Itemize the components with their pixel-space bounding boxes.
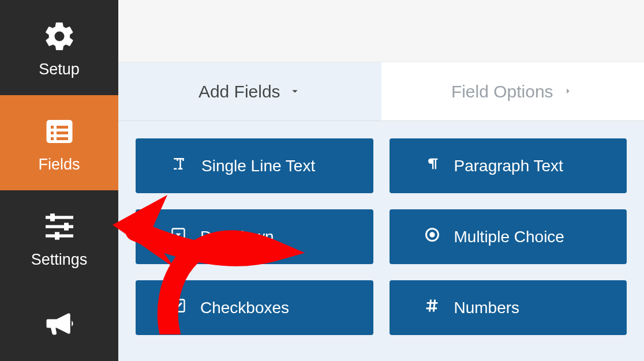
chevron-right-icon [561,82,574,101]
megaphone-icon [40,304,79,343]
svg-rect-1 [51,126,54,129]
field-paragraph-text[interactable]: Paragraph Text [390,138,627,193]
tab-add-fields[interactable]: Add Fields [118,62,381,121]
field-label: Checkboxes [200,299,289,317]
radio-icon [424,227,440,247]
sidebar-item-label: Settings [31,251,88,269]
sliders-icon [40,207,79,246]
chevron-down-icon [289,82,301,101]
svg-rect-2 [57,126,68,129]
sidebar-item-marketing[interactable]: Marketing [0,285,118,361]
fields-panel: Single Line Text Paragraph Text Dropdown… [118,121,644,361]
gear-icon [40,17,79,56]
svg-rect-7 [46,216,73,219]
sidebar-item-fields[interactable]: Fields [0,95,118,190]
svg-rect-11 [64,223,69,230]
list-icon [40,112,79,151]
sidebar-item-setup[interactable]: Setup [0,0,118,95]
paragraph-icon [424,156,440,176]
svg-rect-8 [46,225,73,228]
svg-rect-10 [50,213,55,221]
checkbox-icon [170,298,186,318]
svg-rect-4 [57,131,68,134]
field-label: Paragraph Text [454,157,563,175]
svg-point-15 [429,232,435,237]
tab-label: Add Fields [199,82,280,101]
sidebar: Setup Fields Settings Marketing [0,0,118,361]
svg-rect-12 [55,232,59,239]
field-label: Single Line Text [201,157,315,175]
svg-rect-5 [51,137,54,140]
field-single-line-text[interactable]: Single Line Text [136,138,373,193]
main-area: Add Fields Field Options Single Line Tex… [118,0,644,361]
field-label: Numbers [454,299,520,317]
sidebar-item-label: Fields [38,156,80,174]
tab-label: Field Options [451,82,553,101]
field-multiple-choice[interactable]: Multiple Choice [390,209,627,264]
svg-rect-6 [57,137,68,140]
top-strip [118,0,644,62]
field-dropdown[interactable]: Dropdown [136,209,373,264]
field-label: Multiple Choice [454,228,564,246]
field-numbers[interactable]: Numbers [390,280,627,335]
svg-rect-3 [51,131,54,134]
field-checkboxes[interactable]: Checkboxes [136,280,373,335]
tab-field-options[interactable]: Field Options [381,62,645,121]
dropdown-icon [170,227,186,247]
panel-tabs: Add Fields Field Options [118,62,644,121]
text-cursor-icon [170,155,188,176]
sidebar-item-settings[interactable]: Settings [0,190,118,285]
sidebar-item-label: Setup [39,61,80,78]
hash-icon [424,298,440,318]
field-label: Dropdown [200,228,274,246]
